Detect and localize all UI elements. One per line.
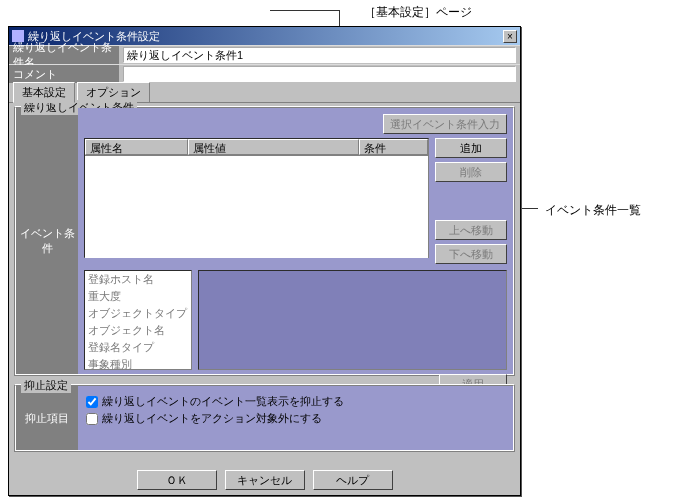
select-input-button[interactable]: 選択イベント条件入力 xyxy=(383,114,507,134)
list-item[interactable]: 登録名タイプ xyxy=(85,339,191,356)
suppress-checkbox-1[interactable] xyxy=(86,396,98,408)
add-button[interactable]: 追加 xyxy=(435,138,507,158)
event-content: 選択イベント条件入力 属性名 属性値 条件 xyxy=(78,108,513,374)
list-item[interactable]: オブジェクトタイプ xyxy=(85,305,191,322)
name-input[interactable] xyxy=(123,47,516,63)
ok-button[interactable]: ＯＫ xyxy=(137,470,217,490)
suppress-checkbox-1-label: 繰り返しイベントのイベント一覧表示を抑止する xyxy=(102,394,344,409)
cancel-button[interactable]: キャンセル xyxy=(225,470,305,490)
delete-button[interactable]: 削除 xyxy=(435,162,507,182)
help-button[interactable]: ヘルプ xyxy=(313,470,393,490)
annotation-leader-1 xyxy=(270,10,340,11)
event-side-label: イベント条件 xyxy=(16,108,78,374)
annotation-event-list: イベント条件一覧 xyxy=(545,202,641,219)
move-down-button[interactable]: 下へ移動 xyxy=(435,244,507,264)
list-item[interactable]: 登録ホスト名 xyxy=(85,271,191,288)
grid-col-attrname[interactable]: 属性名 xyxy=(85,139,188,155)
annotation-basic-page: ［基本設定］ページ xyxy=(364,4,472,21)
list-item[interactable]: 重大度 xyxy=(85,288,191,305)
comment-label: コメント xyxy=(9,65,119,83)
grid-col-condition[interactable]: 条件 xyxy=(359,139,428,155)
attribute-listbox[interactable]: 登録ホスト名重大度オブジェクトタイプオブジェクト名登録名タイプ事象種別ユーザー名 xyxy=(84,270,192,370)
tab-basic[interactable]: 基本設定 xyxy=(13,82,75,103)
suppress-legend: 抑止設定 xyxy=(21,378,71,393)
comment-input[interactable] xyxy=(123,66,516,82)
name-label: 繰り返しイベント条件名 xyxy=(9,46,119,64)
list-item[interactable]: オブジェクト名 xyxy=(85,322,191,339)
condition-grid[interactable]: 属性名 属性値 条件 xyxy=(84,138,429,258)
suppress-side-label: 抑止項目 xyxy=(16,386,78,450)
dialog-buttons: ＯＫ キャンセル ヘルプ xyxy=(9,465,520,495)
suppress-checkbox-2[interactable] xyxy=(86,413,98,425)
suppress-checkbox-2-row[interactable]: 繰り返しイベントをアクション対象外にする xyxy=(86,411,505,426)
list-item[interactable]: 事象種別 xyxy=(85,356,191,370)
suppress-checkbox-1-row[interactable]: 繰り返しイベントのイベント一覧表示を抑止する xyxy=(86,394,505,409)
move-up-button[interactable]: 上へ移動 xyxy=(435,220,507,240)
value-area xyxy=(198,270,507,370)
dialog-window: 繰り返しイベント条件設定 × 繰り返しイベント条件名 コメント 基本設定 オプシ… xyxy=(8,26,521,496)
tab-option[interactable]: オプション xyxy=(77,82,150,102)
grid-col-attrvalue[interactable]: 属性値 xyxy=(188,139,360,155)
grid-body[interactable] xyxy=(85,156,428,258)
basic-page: 繰り返しイベント条件 イベント条件 選択イベント条件入力 属性名 xyxy=(9,103,520,465)
close-button[interactable]: × xyxy=(503,30,517,43)
suppress-checkbox-2-label: 繰り返しイベントをアクション対象外にする xyxy=(102,411,322,426)
